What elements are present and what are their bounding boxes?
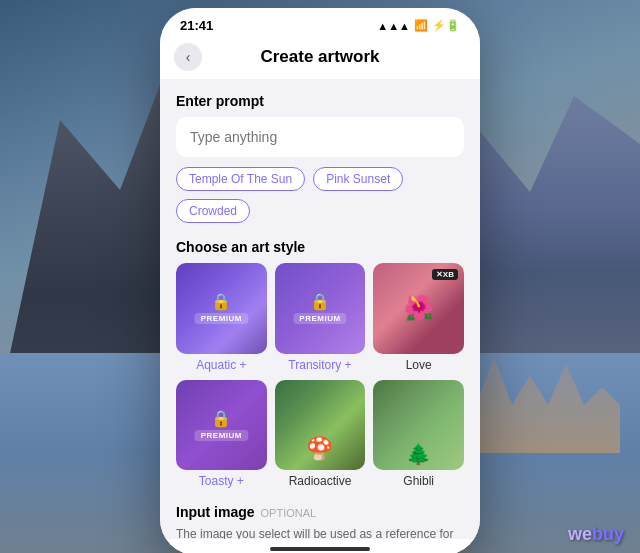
art-name-transitory: Transitory + bbox=[288, 358, 351, 372]
art-thumb-toasty: 🔒 PREMIUM bbox=[176, 380, 267, 471]
status-bar: 21:41 ▲▲▲ 📶 ⚡🔋 bbox=[160, 8, 480, 39]
art-name-radioactive: Radioactive bbox=[289, 474, 352, 488]
art-style-grid: 🔒 PREMIUM Aquatic + 🔒 PREMIUM Transitory… bbox=[176, 263, 464, 488]
signal-icon: ▲▲▲ bbox=[377, 20, 410, 32]
art-item-transitory[interactable]: 🔒 PREMIUM Transitory + bbox=[275, 263, 366, 372]
chip-pink-sunset[interactable]: Pink Sunset bbox=[313, 167, 403, 191]
heart-art: 🌺 bbox=[404, 294, 434, 322]
art-item-love[interactable]: 🌺 ✕XB Love bbox=[373, 263, 464, 372]
back-button[interactable]: ‹ bbox=[174, 43, 202, 71]
webuy-logo: webuy bbox=[568, 524, 624, 545]
premium-badge-aquatic: 🔒 PREMIUM bbox=[195, 292, 248, 324]
premium-label-2: PREMIUM bbox=[293, 313, 346, 324]
home-bar bbox=[270, 547, 370, 551]
prompt-label: Enter prompt bbox=[176, 93, 464, 109]
mushroom-art: 🍄 bbox=[306, 436, 333, 462]
premium-badge-transitory: 🔒 PREMIUM bbox=[293, 292, 346, 324]
art-thumb-transitory: 🔒 PREMIUM bbox=[275, 263, 366, 354]
status-time: 21:41 bbox=[180, 18, 213, 33]
art-item-radioactive[interactable]: 🍄 Radioactive bbox=[275, 380, 366, 489]
main-content: Enter prompt Temple Of The Sun Pink Suns… bbox=[160, 79, 480, 539]
webuy-suffix: buy bbox=[592, 524, 624, 544]
art-name-love: Love bbox=[406, 358, 432, 372]
prompt-input[interactable] bbox=[176, 117, 464, 157]
lock-icon-3: 🔒 bbox=[211, 409, 231, 428]
art-name-aquatic: Aquatic + bbox=[196, 358, 246, 372]
art-thumb-radioactive: 🍄 bbox=[275, 380, 366, 471]
art-thumb-love: 🌺 ✕XB bbox=[373, 263, 464, 354]
home-indicator bbox=[160, 539, 480, 553]
premium-badge-toasty: 🔒 PREMIUM bbox=[195, 409, 248, 441]
art-style-label: Choose an art style bbox=[176, 239, 464, 255]
top-nav: ‹ Create artwork bbox=[160, 39, 480, 79]
webuy-brand: we bbox=[568, 524, 592, 544]
lock-icon: 🔒 bbox=[211, 292, 231, 311]
wifi-icon: 📶 bbox=[414, 19, 428, 32]
lock-icon-2: 🔒 bbox=[310, 292, 330, 311]
art-item-ghibli[interactable]: 🌲 Ghibli bbox=[373, 380, 464, 489]
battery-icon: ⚡🔋 bbox=[432, 19, 460, 32]
art-thumb-ghibli: 🌲 bbox=[373, 380, 464, 471]
art-name-ghibli: Ghibli bbox=[403, 474, 434, 488]
suggestion-chips: Temple Of The Sun Pink Sunset Crowded bbox=[176, 167, 464, 223]
page-title: Create artwork bbox=[260, 47, 379, 67]
input-image-desc: The image you select will be used as a r… bbox=[176, 526, 464, 539]
art-thumb-aquatic: 🔒 PREMIUM bbox=[176, 263, 267, 354]
phone-card: 21:41 ▲▲▲ 📶 ⚡🔋 ‹ Create artwork Enter pr… bbox=[160, 8, 480, 553]
input-image-header: Input image OPTIONAL bbox=[176, 504, 464, 520]
trees-art: 🌲 bbox=[406, 442, 431, 466]
art-item-toasty[interactable]: 🔒 PREMIUM Toasty + bbox=[176, 380, 267, 489]
status-icons: ▲▲▲ 📶 ⚡🔋 bbox=[377, 19, 460, 32]
premium-label: PREMIUM bbox=[195, 313, 248, 324]
premium-label-3: PREMIUM bbox=[195, 430, 248, 441]
art-item-aquatic[interactable]: 🔒 PREMIUM Aquatic + bbox=[176, 263, 267, 372]
chip-temple[interactable]: Temple Of The Sun bbox=[176, 167, 305, 191]
back-icon: ‹ bbox=[186, 49, 191, 65]
optional-label: OPTIONAL bbox=[261, 507, 317, 519]
xb-badge: ✕XB bbox=[432, 269, 458, 280]
chip-crowded[interactable]: Crowded bbox=[176, 199, 250, 223]
art-name-toasty: Toasty + bbox=[199, 474, 244, 488]
input-image-label: Input image bbox=[176, 504, 255, 520]
